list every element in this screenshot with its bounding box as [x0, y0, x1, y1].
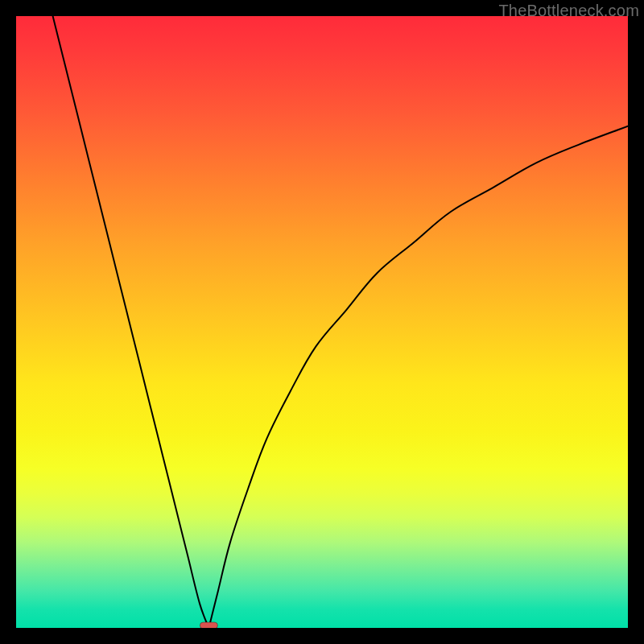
- watermark-label: TheBottleneck.com: [498, 2, 639, 20]
- optimal-marker: [200, 622, 217, 628]
- curve-right-branch: [208, 126, 628, 628]
- chart-frame: [16, 16, 628, 628]
- chart-plot: [16, 16, 628, 628]
- curve-left-branch: [53, 16, 209, 628]
